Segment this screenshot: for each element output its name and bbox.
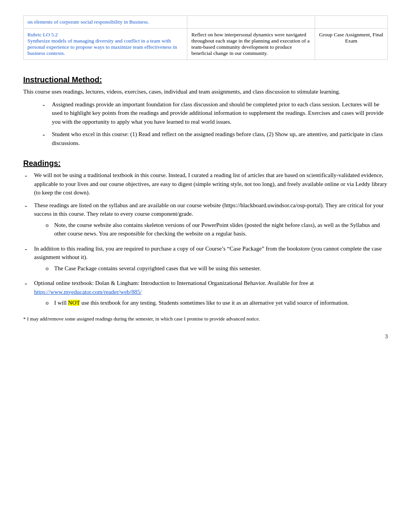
table-cell-lo51-col1: on elements of corporate social responsi… [24,16,187,29]
readings-heading: Readings: [23,159,388,168]
list-item: - Optional online textbook: Dolan & Ling… [23,279,388,310]
myeducator-link[interactable]: https://www.myeducator.com/reader/web/88… [34,289,142,295]
instructional-method-heading: Instructional Method: [23,75,388,84]
sublist-item-text: I will NOT use this textbook for any tes… [54,298,388,307]
course-table: on elements of corporate social responsi… [23,15,388,60]
table-reflect-text: Reflect on how interpersonal dynamics we… [191,32,310,56]
o-marker: o [46,221,54,230]
readings-item2-text: These readings are listed on the syllabu… [34,202,384,217]
instructional-method-intro: This course uses readings, lectures, vid… [23,87,388,96]
sublist-item-text: The Case Package contains several copyri… [54,264,388,273]
list-item: o Note, the course website also contains… [46,221,388,238]
readings-item4-before: Optional online textbook: Dolan & Lingha… [34,280,314,286]
list-item-text: Assigned readings provide an important f… [52,100,388,126]
list-item-text: Optional online textbook: Dolan & Lingha… [34,279,388,310]
table-assessment-text: Group Case Assignment, Final Exam [319,32,384,44]
o-marker: o [46,298,54,307]
table-cell-lo51-col3 [315,16,387,29]
dash-icon: - [23,201,34,211]
list-item: - We will not be using a traditional tex… [23,171,388,197]
list-item: - Assigned readings provide an important… [43,100,388,126]
rubric-lo52-label: Rubric LO 5.2 [27,32,58,38]
list-item: o The Case Package contains several copy… [46,264,388,273]
table-text-csr: on elements of corporate social responsi… [27,19,149,25]
not-before: I will [54,300,68,306]
rubric-lo52-body: Synthesize models of managing diversity … [27,38,177,56]
list-item-text: These readings are listed on the syllabu… [34,201,388,240]
sublist-item-text: Note, the course website also contains s… [54,221,388,238]
instructional-method-list: - Assigned readings provide an important… [23,100,388,148]
readings-sublist: o Note, the course website also contains… [34,221,388,238]
dash-icon: - [23,244,34,254]
readings-sublist: o I will NOT use this textbook for any t… [34,298,388,307]
not-after: use this textbook for any testing. Stude… [80,300,349,306]
readings-footnote: * I may add/remove some assigned reading… [23,316,388,322]
dash-icon: - [23,171,34,181]
readings-item3-text: In addition to this reading list, you ar… [34,246,382,261]
table-cell-lo52-col3: Group Case Assignment, Final Exam [315,29,387,60]
list-item-text: We will not be using a traditional textb… [34,171,388,197]
list-item-text: In addition to this reading list, you ar… [34,244,388,275]
dash-icon: - [23,279,34,288]
not-highlight: NOT [68,300,80,306]
o-marker: o [46,264,54,273]
table-cell-lo52-col2: Reflect on how interpersonal dynamics we… [187,29,315,60]
list-item: - These readings are listed on the sylla… [23,201,388,240]
dash-icon: - [43,130,52,140]
dash-icon: - [43,100,52,110]
page-number: 3 [23,334,388,340]
list-item: - In addition to this reading list, you … [23,244,388,275]
list-item: - Student who excel in this course: (1) … [43,130,388,147]
table-cell-lo52-col1: Rubric LO 5.2 Synthesize models of manag… [24,29,187,60]
readings-section: Readings: - We will not be using a tradi… [23,159,388,322]
instructional-method-section: Instructional Method: This course uses r… [23,75,388,147]
readings-sublist: o The Case Package contains several copy… [34,264,388,273]
list-item-text: Student who excel in this course: (1) Re… [52,130,388,147]
list-item: o I will NOT use this textbook for any t… [46,298,388,307]
table-cell-lo51-col2 [187,16,315,29]
readings-list: - We will not be using a traditional tex… [23,171,388,310]
